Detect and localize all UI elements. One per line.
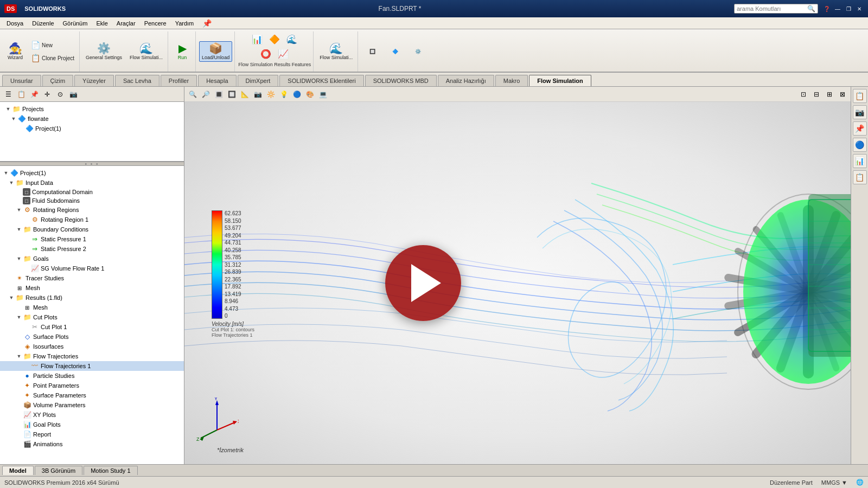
- tab-sw-eklentileri[interactable]: SOLIDWORKS Eklentileri: [279, 75, 363, 86]
- results-btn-3[interactable]: 🌊: [284, 33, 300, 46]
- comp-domain-item[interactable]: □ Computational Domain: [0, 188, 184, 196]
- tab-makro[interactable]: Makro: [495, 75, 528, 86]
- mesh-result-item[interactable]: ⊞ Mesh: [0, 303, 184, 312]
- sg-vol-item[interactable]: 📈 SG Volume Flow Rate 1: [0, 264, 184, 273]
- static-pressure-1-item[interactable]: ⇒ Static Pressure 1: [0, 234, 184, 244]
- results-fld-item[interactable]: ▼ 📁 Results (1.fld): [0, 293, 184, 303]
- project1-expand[interactable]: ▼: [2, 169, 10, 177]
- flowrate-expand[interactable]: ▼: [10, 115, 17, 123]
- surface-plots-item[interactable]: ◇ Surface Plots: [0, 332, 184, 342]
- vp-expand-btn[interactable]: ⊡: [797, 88, 809, 100]
- input-data-expand[interactable]: ▼: [8, 179, 15, 187]
- tab-sac-levha[interactable]: Sac Levha: [115, 75, 159, 86]
- search-input[interactable]: [737, 5, 807, 12]
- vtb-btn-3[interactable]: 📌: [28, 88, 40, 100]
- point-params-item[interactable]: ✦ Point Parameters: [0, 381, 184, 390]
- run-button[interactable]: ▶ Run: [171, 41, 193, 62]
- cut-plot-1-item[interactable]: ✂ Cut Plot 1: [0, 322, 184, 332]
- menu-duzenle[interactable]: Düzenle: [28, 19, 58, 28]
- rotating-region-1-item[interactable]: ⚙ Rotating Region 1: [0, 215, 184, 224]
- vtb-btn-6[interactable]: 📷: [67, 88, 79, 100]
- vp-tb-3[interactable]: 🔳: [213, 88, 225, 100]
- vp-split-btn[interactable]: ⊠: [837, 88, 848, 100]
- vp-tb-8[interactable]: 💡: [278, 88, 290, 100]
- mesh-top-item[interactable]: ⊞ Mesh: [0, 283, 184, 293]
- tab-unsurlar[interactable]: Unsurlar: [2, 75, 41, 86]
- menu-pencere[interactable]: Pencere: [140, 19, 171, 28]
- vp-tb-10[interactable]: 🎨: [304, 88, 316, 100]
- bc-expand[interactable]: ▼: [15, 226, 23, 233]
- flow-simulate-button[interactable]: 🌊 Flow Simulati...: [127, 41, 165, 62]
- tab-cizim[interactable]: Çizim: [42, 75, 74, 86]
- vp-tb-6[interactable]: 📷: [252, 88, 264, 100]
- toolbar-icon-1[interactable]: 📌: [202, 19, 212, 28]
- clone-button[interactable]: 📋 Clone Project: [28, 52, 77, 64]
- animations-item[interactable]: 🎬 Animations: [0, 439, 184, 449]
- flow-simulate2-button[interactable]: 🌊 Flow Simulati...: [317, 41, 355, 62]
- menu-dosya[interactable]: Dosya: [2, 19, 28, 28]
- menu-ekle[interactable]: Ekle: [92, 19, 112, 28]
- tab-yuzeyler[interactable]: Yüzeyler: [74, 75, 114, 86]
- results-btn-2[interactable]: 🔶: [266, 33, 283, 46]
- tab-profiller[interactable]: Profiller: [161, 75, 197, 86]
- tab-sw-mbd[interactable]: SOLIDWORKS MBD: [365, 75, 437, 86]
- vtb-btn-1[interactable]: ☰: [2, 88, 14, 100]
- minimize-btn[interactable]: —: [833, 4, 842, 13]
- xy-plots-item[interactable]: 📈 XY Plots: [0, 410, 184, 420]
- flow-traj-1-item[interactable]: 〰 Flow Trajectories 1: [0, 361, 184, 371]
- tab-analiz[interactable]: Analiz Hazırlığı: [438, 75, 494, 86]
- vtb-btn-2[interactable]: 📋: [15, 88, 27, 100]
- new-button[interactable]: 📄 New: [28, 39, 77, 51]
- tab-dimxpert[interactable]: DimXpert: [238, 75, 279, 86]
- tab-flow-simulation[interactable]: Flow Simulation: [529, 75, 591, 86]
- fluid-subdomains-item[interactable]: □ Fluid Subdomains: [0, 196, 184, 205]
- project1-item-top[interactable]: 🔷 Project(1): [2, 124, 182, 133]
- vtb-btn-5[interactable]: ⊙: [54, 88, 66, 100]
- load-unload-button[interactable]: 📦 Load/Unload: [199, 41, 232, 62]
- rp-btn-1[interactable]: 📋: [853, 89, 867, 103]
- restore-btn[interactable]: ❐: [844, 4, 853, 13]
- wizard-button[interactable]: 🧙 Wizard: [4, 41, 26, 62]
- results-btn-1[interactable]: 📊: [249, 33, 265, 46]
- goals-item[interactable]: ▼ 📁 Goals: [0, 254, 184, 264]
- static-pressure-2-item[interactable]: ⇒ Static Pressure 2: [0, 244, 184, 254]
- cut-plots-item[interactable]: ▼ 📁 Cut Plots: [0, 312, 184, 322]
- boundary-conditions-item[interactable]: ▼ 📁 Boundary Conditions: [0, 224, 184, 234]
- rotating-regions-expand[interactable]: ▼: [15, 206, 23, 214]
- splitter[interactable]: • • •: [0, 162, 184, 166]
- results-expand[interactable]: ▼: [8, 294, 15, 301]
- isosurfaces-item[interactable]: ◈ Isosurfaces: [0, 342, 184, 351]
- extra-btn-3[interactable]: ⚙️: [407, 47, 429, 56]
- menu-gorunum[interactable]: Görünüm: [59, 19, 92, 28]
- btab-3b[interactable]: 3B Görünüm: [35, 466, 82, 475]
- tracer-studies-item[interactable]: ✴ Tracer Studies: [0, 273, 184, 283]
- vp-tb-2[interactable]: 🔎: [200, 88, 212, 100]
- vp-tb-5[interactable]: 📐: [239, 88, 251, 100]
- vp-tb-1[interactable]: 🔍: [187, 88, 199, 100]
- goals-expand[interactable]: ▼: [15, 255, 23, 262]
- flow-traj-expand[interactable]: ▼: [15, 352, 23, 360]
- status-globe-icon[interactable]: 🌐: [856, 479, 864, 486]
- flowrate-item[interactable]: ▼ 🔷 flowrate: [2, 114, 182, 124]
- close-btn[interactable]: ✕: [855, 4, 864, 13]
- vp-tb-11[interactable]: 💻: [317, 88, 329, 100]
- rp-btn-6[interactable]: 📋: [853, 170, 867, 184]
- menu-araclar[interactable]: Araçlar: [112, 19, 140, 28]
- vp-restore-btn[interactable]: ⊟: [810, 88, 822, 100]
- rp-btn-4[interactable]: 🔵: [853, 138, 867, 152]
- general-settings-button[interactable]: ⚙️ General Settings: [83, 41, 125, 62]
- rotating-regions-item[interactable]: ▼ ⚙ Rotating Regions: [0, 205, 184, 215]
- results-btn-5[interactable]: 📈: [275, 47, 291, 61]
- goal-plots-item[interactable]: 📊 Goal Plots: [0, 420, 184, 429]
- surface-params-item[interactable]: ✦ Surface Parameters: [0, 390, 184, 400]
- rp-btn-3[interactable]: 📌: [853, 121, 867, 136]
- projects-expand[interactable]: ▼: [4, 105, 12, 113]
- help-btn[interactable]: ❓: [822, 4, 831, 13]
- btab-motion[interactable]: Motion Study 1: [84, 466, 137, 475]
- project1-root[interactable]: ▼ 🔷 Project(1): [0, 168, 184, 178]
- vtb-btn-4[interactable]: ✛: [41, 88, 53, 100]
- particle-studies-item[interactable]: ● Particle Studies: [0, 371, 184, 381]
- rp-btn-5[interactable]: 📊: [853, 154, 867, 168]
- volume-params-item[interactable]: 📦 Volume Parameters: [0, 400, 184, 410]
- menu-yardim[interactable]: Yardım: [171, 19, 199, 28]
